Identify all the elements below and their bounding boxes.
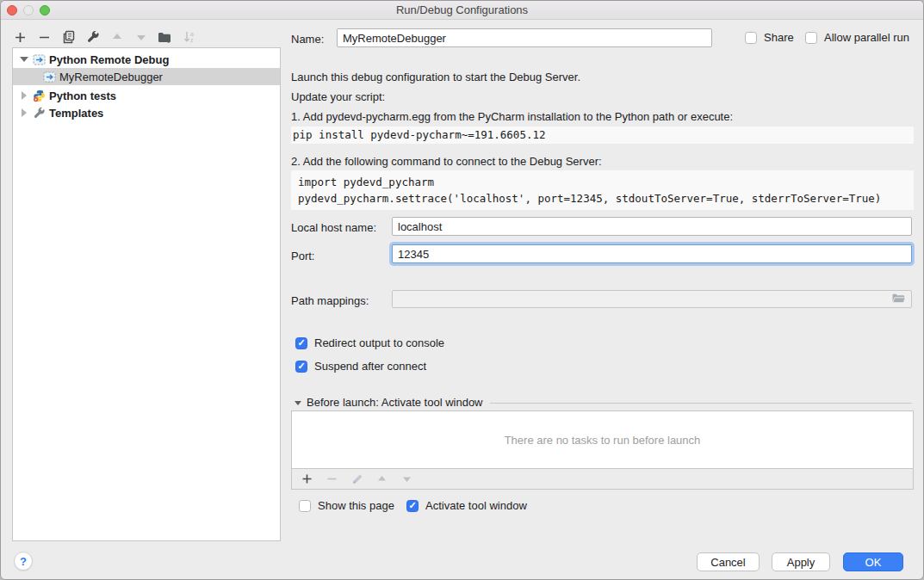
name-label: Name:: [291, 32, 324, 47]
add-icon[interactable]: [300, 472, 314, 486]
step1-text: 1. Add pydevd-pycharm.egg from the PyCha…: [291, 109, 733, 125]
pip-command-text: pip install pydevd-pycharm~=191.6605.12: [291, 126, 914, 144]
step2-text: 2. Add the following command to connect …: [291, 154, 602, 170]
suspend-after-connect-checkbox[interactable]: [295, 361, 307, 373]
sort-alphabetically-icon: az: [182, 30, 196, 45]
settrace-code-block: import pydevd_pycharm pydevd_pycharm.set…: [291, 170, 914, 210]
tree-item-label: Templates: [49, 107, 103, 120]
remote-debug-icon: [32, 52, 46, 66]
chevron-right-icon[interactable]: [20, 108, 28, 117]
before-launch-header[interactable]: Before launch: Activate tool window: [295, 395, 912, 410]
show-this-page-row[interactable]: Show this page: [299, 498, 394, 514]
share-checkbox[interactable]: [745, 32, 757, 44]
chevron-right-icon[interactable]: [20, 91, 28, 100]
port-label: Port:: [291, 249, 314, 264]
move-down-icon: [400, 472, 414, 486]
activate-tool-window-row[interactable]: Activate tool window: [406, 498, 527, 514]
redirect-output-row[interactable]: Redirect output to console: [295, 336, 444, 351]
before-launch-tasks-panel: There are no tasks to run before launch: [291, 410, 914, 490]
port-input[interactable]: [392, 244, 912, 263]
allow-parallel-run-label: Allow parallel run: [824, 30, 909, 46]
tree-item-label: MyRemoteDebugger: [59, 71, 163, 83]
section-divider: [490, 403, 912, 404]
run-debug-configurations-dialog: Run/Debug Configurations az: [0, 0, 924, 580]
remove-icon: [325, 472, 339, 486]
ok-button[interactable]: OK: [843, 552, 903, 571]
new-folder-icon[interactable]: [158, 30, 172, 45]
path-mappings-field[interactable]: [392, 290, 912, 308]
path-mappings-label: Path mappings:: [291, 293, 369, 309]
tree-item-templates[interactable]: Templates: [13, 104, 280, 121]
code-line-2: pydevd_pycharm.settrace('localhost', por…: [298, 192, 881, 205]
collapse-section-icon[interactable]: [295, 401, 301, 405]
help-button[interactable]: ?: [14, 552, 33, 571]
code-line-1: import pydevd_pycharm: [298, 176, 434, 188]
cancel-button[interactable]: Cancel: [697, 552, 760, 571]
suspend-after-connect-row[interactable]: Suspend after connect: [295, 359, 426, 374]
configurations-tree: Python Remote Debug MyRemoteDebugger Pyt…: [12, 47, 281, 541]
activate-tool-window-checkbox[interactable]: [406, 500, 419, 512]
move-down-icon: [133, 30, 148, 45]
allow-parallel-checkbox-row[interactable]: Allow parallel run: [805, 30, 909, 46]
tree-item-python-tests[interactable]: Python tests: [13, 87, 280, 104]
share-checkbox-row[interactable]: Share: [745, 30, 794, 46]
svg-text:a: a: [190, 31, 194, 37]
question-mark-icon: ?: [20, 555, 27, 568]
edit-pencil-icon: [350, 472, 364, 486]
remote-debug-icon: [42, 70, 56, 83]
chevron-down-icon[interactable]: [20, 55, 28, 64]
tasks-toolbar: [292, 468, 913, 489]
tree-item-myremotedebugger[interactable]: MyRemoteDebugger: [13, 68, 280, 85]
share-label: Share: [764, 30, 794, 46]
update-script-text: Update your script:: [291, 89, 385, 105]
intro-text: Launch this debug configuration to start…: [291, 70, 580, 85]
redirect-output-checkbox[interactable]: [295, 337, 307, 349]
allow-parallel-run-checkbox[interactable]: [805, 32, 817, 44]
redirect-output-label: Redirect output to console: [314, 336, 444, 351]
tree-item-label: Python tests: [49, 89, 116, 102]
configuration-editor: Name: Share Allow parallel run Launch th…: [291, 1, 914, 580]
remove-icon[interactable]: [37, 30, 52, 45]
svg-text:z: z: [190, 37, 194, 43]
suspend-after-connect-label: Suspend after connect: [314, 359, 426, 374]
show-this-page-checkbox[interactable]: [299, 500, 311, 512]
add-icon[interactable]: [13, 30, 28, 45]
wrench-icon: [32, 106, 46, 120]
before-launch-label: Before launch: Activate tool window: [307, 395, 483, 410]
python-icon: [32, 89, 46, 102]
show-this-page-label: Show this page: [318, 498, 394, 514]
configurations-toolbar: az: [13, 27, 196, 47]
tree-item-label: Python Remote Debug: [49, 53, 169, 66]
activate-tool-window-label: Activate tool window: [425, 498, 527, 514]
move-up-icon: [109, 30, 124, 45]
local-host-label: Local host name:: [291, 220, 376, 236]
tree-item-python-remote-debug[interactable]: Python Remote Debug: [13, 51, 280, 68]
edit-defaults-wrench-icon[interactable]: [85, 30, 100, 45]
local-host-input[interactable]: [392, 217, 912, 236]
browse-folder-icon[interactable]: [891, 293, 906, 307]
name-input[interactable]: [337, 28, 712, 47]
move-up-icon: [375, 472, 389, 486]
apply-button[interactable]: Apply: [772, 552, 830, 571]
copy-icon[interactable]: [61, 30, 76, 45]
no-tasks-message: There are no tasks to run before launch: [292, 411, 913, 468]
